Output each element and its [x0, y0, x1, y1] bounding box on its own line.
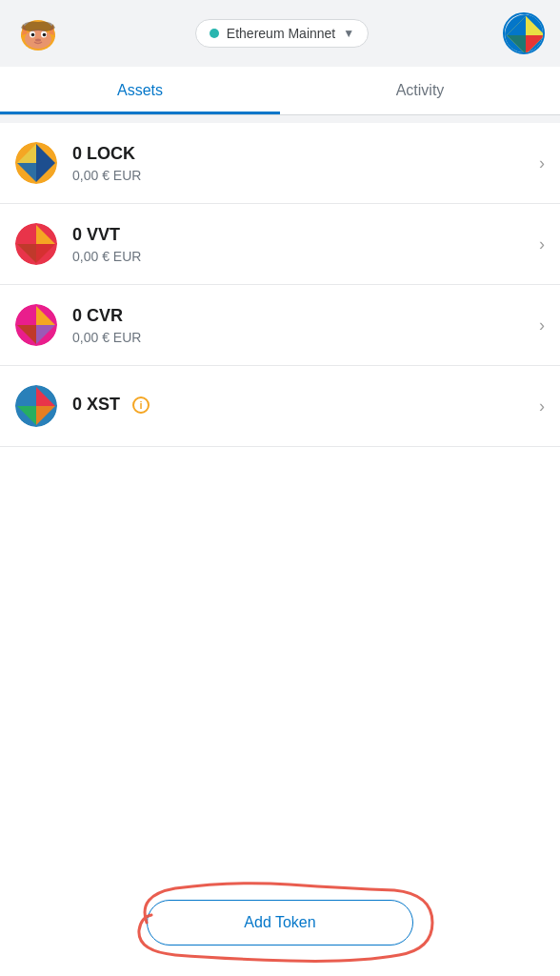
token-info-cvr: 0 CVR 0,00 € EUR	[72, 306, 531, 345]
token-item-cvr[interactable]: 0 CVR 0,00 € EUR ›	[0, 285, 560, 366]
tab-activity[interactable]: Activity	[280, 67, 560, 114]
token-info-vvt: 0 VVT 0,00 € EUR	[72, 225, 531, 264]
header: Ethereum Mainnet ▼	[0, 0, 560, 67]
token-item-lock[interactable]: 0 LOCK 0,00 € EUR ›	[0, 123, 560, 204]
svg-marker-14	[526, 35, 545, 54]
network-selector[interactable]: Ethereum Mainnet ▼	[195, 19, 369, 48]
add-token-scribble: Add Token	[147, 900, 413, 946]
chevron-right-icon: ›	[539, 315, 545, 336]
token-info-lock: 0 LOCK 0,00 € EUR	[72, 144, 531, 183]
token-amount-xst: 0 XST i	[72, 395, 531, 415]
token-icon-xst	[15, 385, 57, 427]
token-amount-vvt: 0 VVT	[72, 225, 531, 245]
svg-point-8	[31, 33, 35, 37]
token-value-vvt: 0,00 € EUR	[72, 249, 531, 264]
token-value-cvr: 0,00 € EUR	[72, 330, 531, 345]
token-list: 0 LOCK 0,00 € EUR › 0 VVT 0,00 € EUR ›	[0, 123, 560, 877]
token-amount-cvr: 0 CVR	[72, 306, 531, 326]
tab-assets[interactable]: Assets	[0, 67, 280, 114]
info-icon[interactable]: i	[132, 396, 150, 414]
account-avatar[interactable]	[503, 12, 545, 54]
add-token-button[interactable]: Add Token	[147, 900, 413, 946]
network-chevron-icon: ▼	[343, 27, 354, 40]
token-item-vvt[interactable]: 0 VVT 0,00 € EUR ›	[0, 204, 560, 285]
token-amount-lock: 0 LOCK	[72, 144, 531, 164]
network-status-dot	[210, 29, 219, 38]
chevron-right-icon: ›	[539, 396, 545, 417]
svg-point-9	[43, 33, 47, 37]
svg-point-10	[35, 39, 41, 42]
token-value-lock: 0,00 € EUR	[72, 168, 531, 183]
add-token-area: Add Token	[0, 877, 560, 976]
token-item-xst[interactable]: 0 XST i ›	[0, 366, 560, 447]
metamask-logo	[15, 10, 61, 56]
tabs-bar: Assets Activity	[0, 67, 560, 115]
token-info-xst: 0 XST i	[72, 395, 531, 418]
chevron-right-icon: ›	[539, 153, 545, 173]
token-icon-cvr	[15, 304, 57, 346]
token-icon-lock	[15, 142, 57, 184]
network-name: Ethereum Mainnet	[227, 26, 335, 41]
chevron-right-icon: ›	[539, 234, 545, 254]
token-icon-vvt	[15, 223, 57, 265]
